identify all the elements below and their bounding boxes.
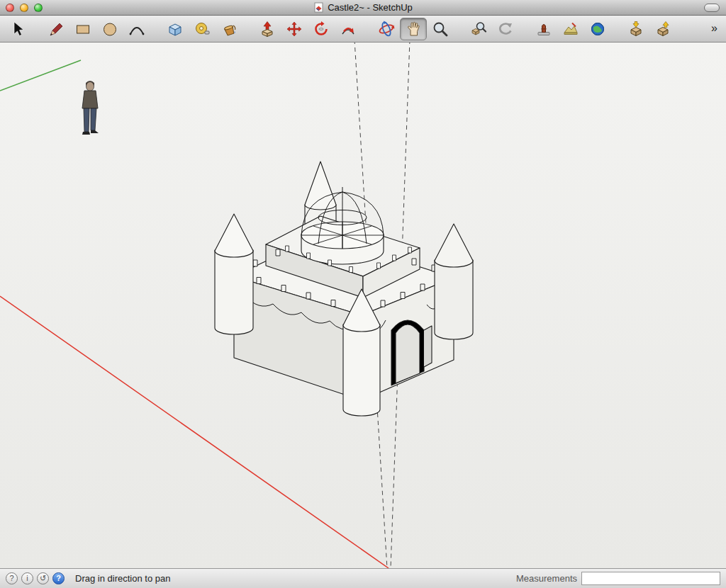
toolbar: » <box>0 16 726 43</box>
paint-bucket-icon <box>220 21 238 38</box>
group-edit1 <box>162 18 242 40</box>
window-title: Castle2~ - SketchUp <box>328 2 413 13</box>
follow-me-icon <box>340 21 357 38</box>
arc-icon <box>128 21 145 38</box>
toggle-terrain-icon <box>562 21 579 38</box>
instructor-icon[interactable]: i <box>21 572 33 584</box>
photo-textures-tool-button[interactable] <box>584 18 611 40</box>
zoom-extents-tool-button[interactable] <box>465 18 492 40</box>
zoom-tool-button[interactable] <box>427 18 454 40</box>
group-views <box>465 18 519 40</box>
circle-tool-button[interactable] <box>96 18 123 40</box>
share-model-icon <box>654 21 671 38</box>
toolbar-toggle-button[interactable] <box>704 4 720 12</box>
zoom-extents-icon <box>470 21 487 38</box>
pushpull-icon <box>259 21 276 38</box>
status-hint-text: Drag in direction to pan <box>75 573 170 584</box>
measurements-label: Measurements <box>516 573 577 584</box>
orbit-tool-button[interactable] <box>373 18 400 40</box>
pan-hand-icon <box>405 21 422 38</box>
green-axis-line <box>0 60 81 91</box>
context-help-icon[interactable]: ? <box>6 572 18 584</box>
rectangle-tool-button[interactable] <box>69 18 96 40</box>
make-component-tool-button[interactable] <box>162 18 189 40</box>
line-tool-button[interactable] <box>43 18 69 40</box>
minimize-button[interactable] <box>20 4 28 12</box>
get-current-view-icon <box>535 21 552 38</box>
window-controls <box>6 4 43 12</box>
person-figure <box>82 81 99 135</box>
get-models-tool-button[interactable] <box>622 18 649 40</box>
select-cursor-icon <box>9 21 26 38</box>
group-select <box>4 18 31 40</box>
select-tool-button[interactable] <box>4 18 31 40</box>
measurements-area: Measurements <box>516 572 720 585</box>
statusbar: ? i ↺ ? Drag in direction to pan Measure… <box>0 568 726 588</box>
rotate-tool-button[interactable] <box>308 18 335 40</box>
get-models-icon <box>627 21 644 38</box>
circle-icon <box>101 21 118 38</box>
close-button[interactable] <box>6 4 14 12</box>
pan-tool-button[interactable] <box>400 18 427 40</box>
tape-measure-icon <box>194 21 211 38</box>
group-warehouse <box>622 18 676 40</box>
group-modify <box>254 18 362 40</box>
zoom-icon <box>432 21 449 38</box>
component-cube-icon <box>167 21 184 38</box>
follow-me-tool-button[interactable] <box>335 18 362 40</box>
move-arrows-icon <box>286 21 303 38</box>
zoom-button[interactable] <box>34 4 43 12</box>
move-tool-button[interactable] <box>281 18 308 40</box>
rotate-icon <box>313 21 330 38</box>
previous-view-icon <box>497 21 514 38</box>
previous-view-tool-button[interactable] <box>492 18 519 40</box>
modeling-viewport[interactable] <box>0 43 726 568</box>
castle-model <box>215 162 473 416</box>
paint-bucket-tool-button[interactable] <box>216 18 242 40</box>
photo-textures-icon <box>589 21 606 38</box>
share-model-tool-button[interactable] <box>649 18 676 40</box>
arc-tool-button[interactable] <box>123 18 150 40</box>
toggle-terrain-tool-button[interactable] <box>557 18 584 40</box>
language-icon[interactable]: ↺ <box>37 572 49 584</box>
group-draw <box>43 18 150 40</box>
pushpull-tool-button[interactable] <box>254 18 281 40</box>
orbit-icon <box>377 20 396 38</box>
get-current-view-tool-button[interactable] <box>530 18 557 40</box>
sketchup-window: Castle2~ - SketchUp <box>0 0 726 588</box>
toolbar-overflow-chevron[interactable]: » <box>711 22 722 36</box>
title-area: Castle2~ - SketchUp <box>0 0 726 15</box>
tape-measure-tool-button[interactable] <box>189 18 216 40</box>
measurements-input[interactable] <box>581 572 720 585</box>
pencil-icon <box>48 21 65 38</box>
group-geo <box>530 18 611 40</box>
group-camera <box>373 18 454 40</box>
document-proxy-icon <box>313 2 324 13</box>
titlebar[interactable]: Castle2~ - SketchUp <box>0 0 726 16</box>
rectangle-icon <box>74 21 91 38</box>
model-canvas <box>0 43 726 568</box>
help-icon[interactable]: ? <box>52 572 65 584</box>
